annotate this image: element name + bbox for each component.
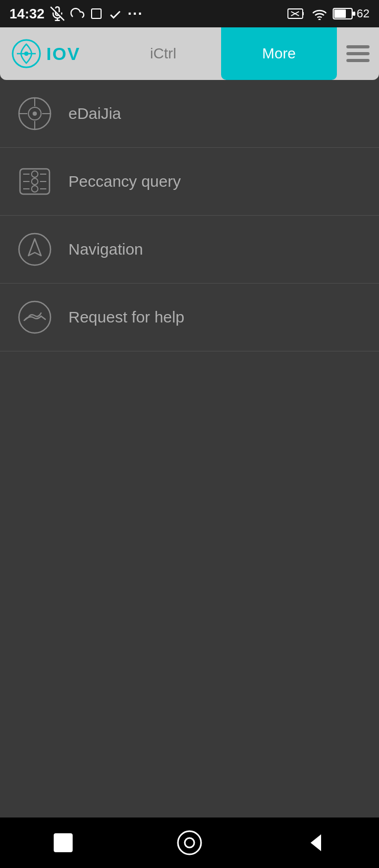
battery-level: 62 <box>357 7 370 21</box>
logo-text: IOV <box>46 44 81 64</box>
svg-point-23 <box>32 171 38 177</box>
time-display: 14:32 <box>9 6 45 22</box>
svg-rect-10 <box>353 12 355 16</box>
edaijia-label: eDaiJia <box>68 105 121 123</box>
peccancy-label: Peccancy query <box>68 173 181 190</box>
menu-button[interactable] <box>337 27 379 80</box>
header: IOV iCtrl More <box>0 27 379 80</box>
back-square-button[interactable] <box>47 827 79 859</box>
svg-marker-33 <box>28 239 41 256</box>
cloud-icon <box>70 8 85 19</box>
battery-indicator: 62 <box>333 7 370 21</box>
svg-point-34 <box>19 301 51 333</box>
home-button[interactable] <box>174 827 205 859</box>
request-help-label: Request for help <box>68 308 184 326</box>
peccancy-icon <box>16 163 54 200</box>
svg-point-17 <box>33 112 37 116</box>
dots-icon: ··· <box>128 5 143 22</box>
svg-rect-11 <box>334 9 346 18</box>
svg-point-24 <box>32 178 38 185</box>
svg-point-37 <box>185 838 194 847</box>
edaijia-icon <box>16 95 54 133</box>
battery-x-icon <box>287 7 306 20</box>
navigation-icon <box>16 230 54 268</box>
svg-rect-3 <box>92 9 101 18</box>
nav-tabs: iCtrl More <box>105 27 337 80</box>
wifi-icon <box>312 7 327 20</box>
check-icon <box>108 8 123 19</box>
menu-list: eDaiJia Peccan <box>0 80 379 351</box>
request-help-icon <box>16 298 54 336</box>
svg-point-8 <box>318 19 320 20</box>
bottom-nav <box>0 817 379 868</box>
logo-section: IOV <box>0 39 105 68</box>
menu-lines-icon <box>346 45 370 62</box>
svg-marker-38 <box>311 834 321 851</box>
status-left: 14:32 ··· <box>9 5 143 22</box>
menu-item-navigation[interactable]: Navigation <box>0 216 379 284</box>
iov-logo-icon <box>12 39 41 68</box>
mute-icon <box>50 6 65 21</box>
menu-item-request-help[interactable]: Request for help <box>0 284 379 351</box>
content-area: eDaiJia Peccan <box>0 80 379 817</box>
svg-point-36 <box>178 831 201 854</box>
menu-item-edaijia[interactable]: eDaiJia <box>0 80 379 148</box>
status-bar: 14:32 ··· <box>0 0 379 27</box>
svg-point-25 <box>32 186 38 192</box>
svg-rect-35 <box>54 833 73 852</box>
tab-ictrl[interactable]: iCtrl <box>105 27 221 80</box>
menu-item-peccancy[interactable]: Peccancy query <box>0 148 379 216</box>
status-right: 62 <box>287 7 370 21</box>
navigation-label: Navigation <box>68 240 143 258</box>
back-button[interactable] <box>300 827 332 859</box>
square-icon <box>90 7 103 20</box>
svg-point-14 <box>24 52 28 56</box>
tab-more[interactable]: More <box>221 27 337 80</box>
